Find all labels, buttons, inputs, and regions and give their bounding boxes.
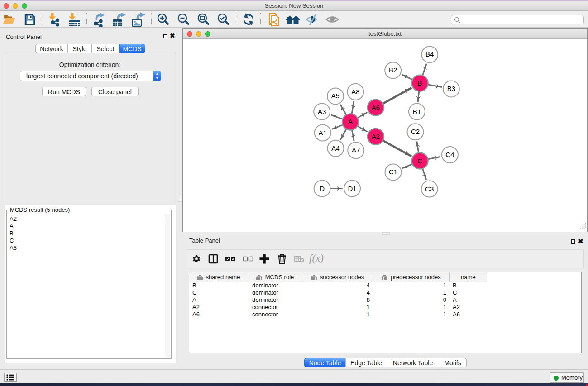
svg-text:C: C	[417, 157, 422, 165]
svg-text:D1: D1	[348, 185, 356, 192]
svg-text:C3: C3	[425, 185, 434, 193]
svg-text:D: D	[320, 185, 325, 192]
svg-text:A1: A1	[319, 129, 327, 137]
svg-text:B: B	[418, 79, 422, 87]
svg-text:A3: A3	[318, 108, 326, 115]
svg-text:B4: B4	[425, 50, 434, 58]
svg-text:A6: A6	[372, 104, 380, 111]
svg-text:B2: B2	[389, 66, 397, 74]
svg-text:A4: A4	[331, 144, 339, 152]
svg-text:C2: C2	[411, 128, 420, 135]
svg-text:A5: A5	[331, 92, 339, 100]
svg-text:C4: C4	[445, 151, 454, 158]
svg-text:B3: B3	[447, 85, 455, 92]
svg-text:A: A	[348, 118, 353, 125]
svg-text:C1: C1	[389, 168, 397, 176]
svg-text:A7: A7	[352, 146, 360, 154]
svg-text:A8: A8	[351, 88, 359, 95]
svg-text:B1: B1	[413, 108, 421, 115]
svg-text:A2: A2	[372, 133, 380, 140]
